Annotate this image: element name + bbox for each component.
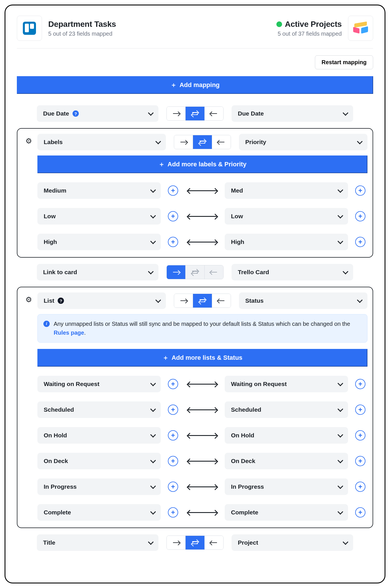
bidirectional-arrow-icon [188,242,217,243]
direction-both-button[interactable] [193,135,212,149]
destination-value-select[interactable]: Scheduled [225,401,348,418]
chevron-down-icon [338,213,342,220]
direction-right-button[interactable] [174,294,193,308]
add-destination-value-button[interactable]: + [355,405,365,415]
source-field-select[interactable]: List ? [37,292,166,309]
add-destination-value-button[interactable]: + [355,237,365,247]
destination-value-select[interactable]: Complete [225,504,348,521]
airtable-icon [353,23,368,34]
add-destination-value-button[interactable]: + [355,507,365,518]
svg-rect-2 [30,24,34,29]
add-mapping-button[interactable]: ＋ Add mapping [17,76,373,94]
direction-right-button[interactable] [174,135,193,149]
select-value: In Progress [231,483,264,490]
add-source-value-button[interactable]: + [168,405,178,415]
direction-right-button[interactable] [167,265,185,279]
add-source-value-button[interactable]: + [168,430,178,441]
destination-field-select[interactable]: Priority [239,134,367,150]
destination-field-select[interactable]: Status [239,292,367,309]
add-source-value-button[interactable]: + [168,211,178,221]
destination-value-select[interactable]: On Deck [225,453,348,469]
direction-both-button[interactable] [185,536,204,549]
destination-value-select[interactable]: High [225,234,348,250]
add-destination-value-button[interactable]: + [355,430,365,441]
source-value-select[interactable]: On Hold [37,427,161,444]
source-field-select[interactable]: Title [37,534,158,551]
destination-value-select[interactable]: In Progress [225,478,348,495]
info-text: Any unmapped lists or Status will still … [54,320,361,337]
direction-left-button[interactable] [212,135,231,149]
chevron-down-icon [150,239,154,245]
source-value-select[interactable]: In Progress [37,478,161,495]
select-value: Complete [44,509,71,516]
select-value: High [44,239,57,245]
add-destination-value-button[interactable]: + [355,456,365,466]
source-value-select[interactable]: Medium [37,182,161,199]
source-value-select[interactable]: Waiting on Request [37,376,161,392]
source-value-select[interactable]: Scheduled [37,401,161,418]
destination-value-select[interactable]: On Hold [225,427,348,444]
gear-icon[interactable]: ⚙ [25,296,32,303]
direction-both-button[interactable] [193,294,212,308]
add-destination-value-button[interactable]: + [355,379,365,389]
source-field-select[interactable]: Labels [37,134,166,150]
destination-value-select[interactable]: Low [225,208,348,225]
chevron-down-icon [150,432,154,439]
source-field-select[interactable]: Link to card [37,264,158,280]
chevron-down-icon [148,110,152,117]
chevron-down-icon [156,297,160,304]
add-more-lists-button[interactable]: ＋ Add more lists & Status [37,349,367,367]
rules-page-link[interactable]: Rules page [54,330,84,336]
chevron-down-icon [156,139,160,146]
plus-icon: ＋ [158,161,165,167]
source-value-select[interactable]: Complete [37,504,161,521]
bidirectional-arrow-icon [188,435,217,436]
add-source-value-button[interactable]: + [168,507,178,518]
help-icon[interactable]: ? [58,298,64,304]
destination-field-select[interactable]: Project [232,534,353,551]
add-source-value-button[interactable]: + [168,456,178,466]
add-source-value-button[interactable]: + [168,379,178,389]
toolbar: Restart mapping [17,55,373,69]
help-icon[interactable]: ? [73,110,79,117]
source-field-select[interactable]: Due Date ? [37,105,158,122]
select-value: Complete [231,509,258,516]
info-banner: i Any unmapped lists or Status will stil… [37,314,367,343]
source-subtitle: 5 out of 23 fields mapped [48,31,116,37]
chevron-down-icon [338,187,342,194]
value-mapping-row: On Hold + On Hold + [37,427,367,444]
chevron-down-icon [150,187,154,194]
source-block: Department Tasks 5 out of 23 fields mapp… [17,16,116,41]
add-source-value-button[interactable]: + [168,237,178,247]
add-source-value-button[interactable]: + [168,185,178,196]
direction-right-button[interactable] [167,107,185,120]
select-value: In Progress [44,483,77,490]
source-value-select[interactable]: Low [37,208,161,225]
source-value-select[interactable]: High [37,234,161,250]
value-mapping-row: Low + Low + [37,208,367,225]
direction-both-button[interactable] [185,107,204,120]
gear-icon[interactable]: ⚙ [25,137,32,145]
direction-toggle [166,536,224,550]
destination-value-select[interactable]: Waiting on Request [225,376,348,392]
bidirectional-arrow-icon [188,461,217,462]
destination-value-select[interactable]: Med [225,182,348,199]
direction-left-button[interactable] [204,536,223,549]
add-destination-value-button[interactable]: + [355,211,365,221]
chevron-down-icon [150,509,154,516]
direction-left-button[interactable] [212,294,231,308]
value-mapping-row: High + High + [37,234,367,250]
value-mapping-row: In Progress + In Progress + [37,478,367,495]
direction-right-button[interactable] [167,536,185,549]
select-value: Waiting on Request [231,381,287,387]
source-value-select[interactable]: On Deck [37,453,161,469]
chevron-down-icon [150,483,154,490]
add-source-value-button[interactable]: + [168,482,178,492]
add-more-labels-button[interactable]: ＋ Add more labels & Priority [37,155,367,173]
direction-left-button[interactable] [204,107,223,120]
destination-field-select[interactable]: Due Date [232,105,353,122]
destination-field-select[interactable]: Trello Card [232,264,353,280]
add-destination-value-button[interactable]: + [355,482,365,492]
restart-mapping-button[interactable]: Restart mapping [315,55,373,69]
add-destination-value-button[interactable]: + [355,185,365,196]
